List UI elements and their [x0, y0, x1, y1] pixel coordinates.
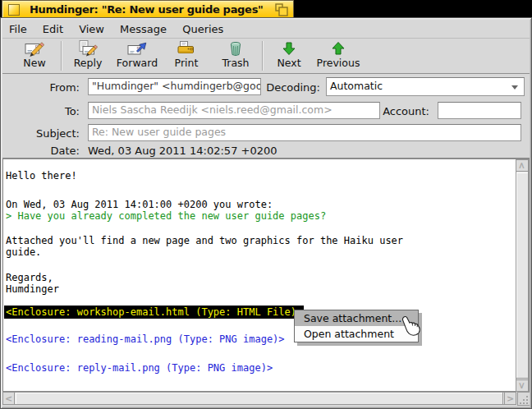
- window-title: Humdinger: "Re: New user guide pages": [30, 3, 264, 16]
- context-menu: Save attachment... Open attachment: [294, 310, 419, 342]
- attachment-link[interactable]: <Enclosure: reading-mail.png (Type: PNG …: [6, 333, 285, 346]
- menu-item-save-attachment[interactable]: Save attachment...: [295, 310, 418, 326]
- body-line: guide.: [6, 246, 41, 259]
- decoding-label: Decoding:: [255, 81, 320, 94]
- body-line: On Wed, 03 Aug 2011 14:01:00 +0200 you w…: [6, 199, 273, 211]
- next-button[interactable]: Next: [264, 40, 314, 69]
- resize-grip[interactable]: [517, 392, 530, 406]
- scroll-down-button[interactable]: >: [516, 379, 528, 391]
- forward-icon: [127, 40, 147, 57]
- close-button[interactable]: [8, 4, 20, 16]
- body-line: Attached you'll find a new page and two …: [6, 235, 403, 247]
- menu-view[interactable]: View: [73, 21, 110, 37]
- hand-cursor: [401, 316, 423, 340]
- title-bar[interactable]: Humdinger: "Re: New user guide pages": [2, 0, 294, 18]
- forward-button[interactable]: Forward: [112, 40, 162, 69]
- subject-field[interactable]: Re: New user guide pages: [88, 124, 521, 141]
- from-label: From:: [16, 81, 80, 94]
- trash-icon: [226, 41, 245, 56]
- subject-label: Subject:: [16, 127, 80, 140]
- body-line: Hello there!: [6, 170, 77, 182]
- toolbar: New Reply Forward: [3, 40, 529, 72]
- reply-button[interactable]: Reply: [63, 40, 112, 69]
- scroll-left-button[interactable]: <: [3, 393, 15, 404]
- menu-item-open-attachment[interactable]: Open attachment: [295, 326, 418, 342]
- menubar-separator: [2, 38, 530, 39]
- zoom-button[interactable]: [275, 3, 288, 16]
- print-button[interactable]: Print: [162, 40, 211, 69]
- menu-message[interactable]: Message: [114, 21, 172, 37]
- horizontal-scroll-thumb[interactable]: [16, 393, 503, 404]
- attachment-link-selected[interactable]: <Enclosure: workshop-email.html (Type: H…: [6, 306, 304, 319]
- body-quote-line: > Have you already completed the new use…: [6, 210, 326, 223]
- mail-window: Humdinger: "Re: New user guide pages" Fi…: [0, 0, 532, 409]
- to-field[interactable]: Niels Sascha Reedijk <niels.reed@gmail.c…: [88, 102, 380, 119]
- menu-edit[interactable]: Edit: [37, 21, 69, 37]
- chevron-down-icon: [511, 85, 518, 90]
- print-icon: [177, 40, 196, 57]
- vertical-scroll-thumb[interactable]: [516, 172, 528, 379]
- date-label: Date:: [16, 145, 80, 157]
- vertical-scrollbar[interactable]: < >: [516, 159, 529, 392]
- toolbar-separator: [262, 41, 263, 71]
- decoding-dropdown[interactable]: Automatic: [326, 77, 525, 96]
- body-line: Regards,: [6, 272, 53, 284]
- previous-button[interactable]: Previous: [314, 40, 363, 69]
- menu-file[interactable]: File: [3, 21, 33, 37]
- from-field[interactable]: "Humdinger" <humdingerb@googl: [88, 78, 261, 95]
- date-value: Wed, 03 Aug 2011 14:02:57 +0200: [88, 145, 277, 157]
- to-label: To:: [16, 105, 80, 117]
- previous-icon: [331, 41, 346, 56]
- menu-queries[interactable]: Queries: [177, 21, 229, 37]
- next-icon: [282, 41, 296, 56]
- trash-button[interactable]: Trash: [211, 40, 260, 69]
- new-mail-icon: [25, 40, 44, 57]
- scroll-up-button[interactable]: <: [516, 160, 528, 172]
- toolbar-separator: [61, 41, 62, 71]
- message-body[interactable]: [2, 158, 530, 392]
- menu-bar: File Edit View Message Queries: [3, 21, 529, 37]
- account-field[interactable]: [438, 102, 521, 119]
- new-button[interactable]: New: [10, 40, 59, 69]
- reply-icon: [78, 40, 98, 57]
- horizontal-scrollbar[interactable]: < >: [2, 392, 516, 405]
- attachment-link[interactable]: <Enclosure: reply-mail.png (Type: PNG im…: [6, 361, 273, 375]
- body-line: Humdinger: [6, 283, 59, 296]
- scroll-right-button[interactable]: >: [504, 393, 516, 404]
- account-label: Account:: [364, 105, 429, 117]
